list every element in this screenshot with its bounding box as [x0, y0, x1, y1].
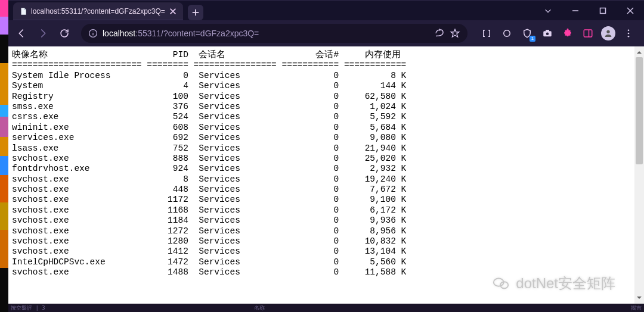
- svg-rect-6: [584, 30, 592, 37]
- svg-rect-0: [600, 8, 606, 13]
- scroll-thumb[interactable]: [636, 57, 643, 164]
- svg-rect-5: [546, 30, 549, 32]
- browser-menu-button[interactable]: [619, 24, 638, 43]
- svg-point-7: [606, 30, 609, 33]
- svg-point-8: [628, 29, 630, 31]
- ext-bracket-icon[interactable]: [477, 24, 496, 43]
- status-mid: 名称: [254, 304, 265, 312]
- maximize-button[interactable]: [589, 1, 617, 21]
- svg-point-9: [628, 32, 630, 34]
- window-titlebar: localhost:55311/?content=dGFza2xpc3Q=: [8, 0, 644, 20]
- site-info-icon[interactable]: [88, 29, 98, 38]
- svg-point-2: [504, 30, 510, 36]
- svg-point-4: [546, 32, 549, 35]
- tasklist-output: 映像名称PID 会话名会话# 内存使用 ====================…: [8, 46, 634, 282]
- scroll-up-button[interactable]: [634, 48, 644, 57]
- browser-toolbar: localhost:55311/?content=dGFza2xpc3Q= 1: [8, 20, 644, 46]
- svg-point-12: [500, 282, 508, 288]
- browser-tab-active[interactable]: localhost:55311/?content=dGFza2xpc3Q=: [13, 2, 183, 20]
- svg-point-10: [628, 35, 630, 37]
- back-button[interactable]: [12, 24, 31, 43]
- scroll-track[interactable]: [634, 57, 644, 293]
- chevron-down-icon[interactable]: [534, 1, 562, 21]
- address-bar[interactable]: localhost:55311/?content=dGFza2xpc3Q=: [81, 24, 467, 43]
- scroll-down-button[interactable]: [634, 293, 644, 302]
- vertical-scrollbar[interactable]: [634, 46, 644, 304]
- new-tab-button[interactable]: [188, 5, 203, 20]
- minimize-button[interactable]: [562, 1, 589, 21]
- close-window-button[interactable]: [617, 1, 644, 21]
- url-text: localhost:55311/?content=dGFza2xpc3Q=: [103, 29, 259, 38]
- reload-button[interactable]: [55, 24, 74, 43]
- page-viewport: 映像名称PID 会话名会话# 内存使用 ====================…: [8, 46, 644, 304]
- extensions-puzzle-icon[interactable]: [558, 24, 577, 43]
- ext-shield-icon[interactable]: 1: [518, 24, 537, 43]
- ext-badge: 1: [530, 36, 535, 42]
- sidepanel-icon[interactable]: [578, 24, 597, 43]
- page-icon: [19, 7, 27, 15]
- ext-circle-icon[interactable]: [497, 24, 516, 43]
- tab-title: localhost:55311/?content=dGFza2xpc3Q=: [31, 7, 165, 15]
- bookmark-star-icon[interactable]: [450, 28, 460, 39]
- share-icon[interactable]: [434, 28, 445, 39]
- tab-close-icon[interactable]: [169, 7, 177, 15]
- editor-accent-strip: [0, 0, 8, 312]
- forward-button[interactable]: [33, 24, 52, 43]
- extensions-area: 1: [475, 24, 640, 43]
- status-strip: 按空盤評 | 3 名称 揭吉: [8, 304, 644, 312]
- status-right: 揭吉: [631, 304, 642, 312]
- page-content: 映像名称PID 会话名会话# 内存使用 ====================…: [8, 46, 634, 304]
- profile-avatar[interactable]: [599, 24, 618, 43]
- ext-camera-icon[interactable]: [538, 24, 557, 43]
- status-left: 按空盤評 | 3: [11, 304, 45, 312]
